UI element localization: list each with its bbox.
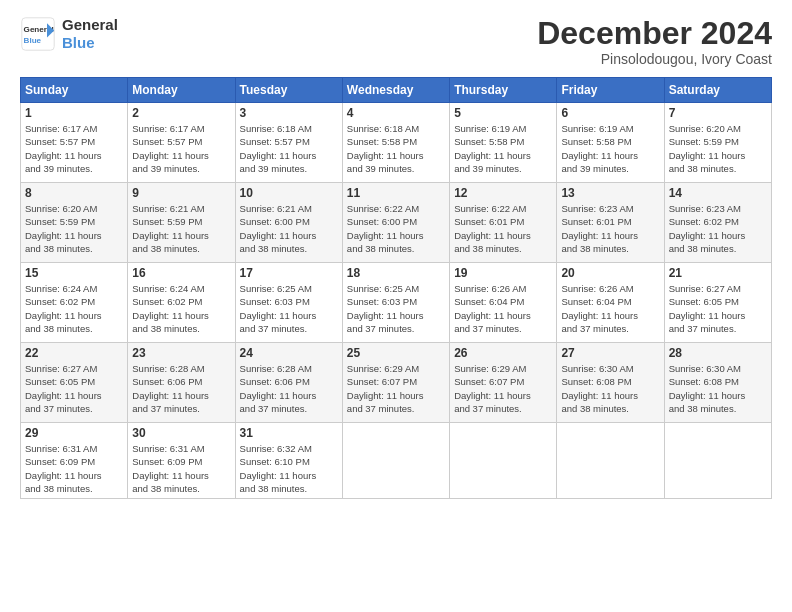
day-info: Sunrise: 6:28 AM Sunset: 6:06 PM Dayligh… <box>132 362 230 415</box>
day-of-week-header: Tuesday <box>235 78 342 103</box>
day-number: 15 <box>25 266 123 280</box>
day-info: Sunrise: 6:17 AM Sunset: 5:57 PM Dayligh… <box>132 122 230 175</box>
logo: General Blue General Blue <box>20 16 118 52</box>
day-info: Sunrise: 6:20 AM Sunset: 5:59 PM Dayligh… <box>25 202 123 255</box>
day-info: Sunrise: 6:18 AM Sunset: 5:58 PM Dayligh… <box>347 122 445 175</box>
day-number: 9 <box>132 186 230 200</box>
day-info: Sunrise: 6:22 AM Sunset: 6:00 PM Dayligh… <box>347 202 445 255</box>
calendar-cell: 30Sunrise: 6:31 AM Sunset: 6:09 PM Dayli… <box>128 423 235 499</box>
day-number: 8 <box>25 186 123 200</box>
day-info: Sunrise: 6:19 AM Sunset: 5:58 PM Dayligh… <box>561 122 659 175</box>
calendar-cell <box>342 423 449 499</box>
day-info: Sunrise: 6:21 AM Sunset: 5:59 PM Dayligh… <box>132 202 230 255</box>
svg-text:Blue: Blue <box>24 36 42 45</box>
day-info: Sunrise: 6:20 AM Sunset: 5:59 PM Dayligh… <box>669 122 767 175</box>
day-number: 17 <box>240 266 338 280</box>
day-number: 16 <box>132 266 230 280</box>
day-number: 23 <box>132 346 230 360</box>
day-info: Sunrise: 6:26 AM Sunset: 6:04 PM Dayligh… <box>454 282 552 335</box>
day-info: Sunrise: 6:29 AM Sunset: 6:07 PM Dayligh… <box>347 362 445 415</box>
day-number: 7 <box>669 106 767 120</box>
day-number: 25 <box>347 346 445 360</box>
day-number: 1 <box>25 106 123 120</box>
day-info: Sunrise: 6:23 AM Sunset: 6:01 PM Dayligh… <box>561 202 659 255</box>
day-number: 22 <box>25 346 123 360</box>
day-number: 13 <box>561 186 659 200</box>
day-of-week-header: Friday <box>557 78 664 103</box>
day-number: 19 <box>454 266 552 280</box>
day-number: 5 <box>454 106 552 120</box>
day-info: Sunrise: 6:21 AM Sunset: 6:00 PM Dayligh… <box>240 202 338 255</box>
calendar-cell: 3Sunrise: 6:18 AM Sunset: 5:57 PM Daylig… <box>235 103 342 183</box>
calendar-cell: 29Sunrise: 6:31 AM Sunset: 6:09 PM Dayli… <box>21 423 128 499</box>
day-number: 4 <box>347 106 445 120</box>
calendar-cell: 23Sunrise: 6:28 AM Sunset: 6:06 PM Dayli… <box>128 343 235 423</box>
day-info: Sunrise: 6:30 AM Sunset: 6:08 PM Dayligh… <box>669 362 767 415</box>
day-number: 26 <box>454 346 552 360</box>
calendar-cell: 16Sunrise: 6:24 AM Sunset: 6:02 PM Dayli… <box>128 263 235 343</box>
calendar-cell: 18Sunrise: 6:25 AM Sunset: 6:03 PM Dayli… <box>342 263 449 343</box>
location: Pinsolodougou, Ivory Coast <box>537 51 772 67</box>
day-of-week-header: Sunday <box>21 78 128 103</box>
calendar-cell: 19Sunrise: 6:26 AM Sunset: 6:04 PM Dayli… <box>450 263 557 343</box>
day-number: 11 <box>347 186 445 200</box>
calendar-cell: 27Sunrise: 6:30 AM Sunset: 6:08 PM Dayli… <box>557 343 664 423</box>
day-number: 18 <box>347 266 445 280</box>
day-of-week-header: Saturday <box>664 78 771 103</box>
day-info: Sunrise: 6:25 AM Sunset: 6:03 PM Dayligh… <box>240 282 338 335</box>
calendar-cell: 15Sunrise: 6:24 AM Sunset: 6:02 PM Dayli… <box>21 263 128 343</box>
day-info: Sunrise: 6:18 AM Sunset: 5:57 PM Dayligh… <box>240 122 338 175</box>
day-info: Sunrise: 6:31 AM Sunset: 6:09 PM Dayligh… <box>25 442 123 495</box>
day-of-week-header: Monday <box>128 78 235 103</box>
day-info: Sunrise: 6:29 AM Sunset: 6:07 PM Dayligh… <box>454 362 552 415</box>
calendar-cell: 6Sunrise: 6:19 AM Sunset: 5:58 PM Daylig… <box>557 103 664 183</box>
logo-text: General Blue <box>62 16 118 52</box>
calendar-cell: 25Sunrise: 6:29 AM Sunset: 6:07 PM Dayli… <box>342 343 449 423</box>
day-number: 10 <box>240 186 338 200</box>
calendar-cell: 21Sunrise: 6:27 AM Sunset: 6:05 PM Dayli… <box>664 263 771 343</box>
day-info: Sunrise: 6:22 AM Sunset: 6:01 PM Dayligh… <box>454 202 552 255</box>
day-number: 20 <box>561 266 659 280</box>
calendar-cell <box>450 423 557 499</box>
day-info: Sunrise: 6:24 AM Sunset: 6:02 PM Dayligh… <box>132 282 230 335</box>
day-number: 27 <box>561 346 659 360</box>
day-info: Sunrise: 6:31 AM Sunset: 6:09 PM Dayligh… <box>132 442 230 495</box>
day-number: 2 <box>132 106 230 120</box>
calendar-cell: 5Sunrise: 6:19 AM Sunset: 5:58 PM Daylig… <box>450 103 557 183</box>
day-info: Sunrise: 6:19 AM Sunset: 5:58 PM Dayligh… <box>454 122 552 175</box>
calendar-table: SundayMondayTuesdayWednesdayThursdayFrid… <box>20 77 772 499</box>
logo-icon: General Blue <box>20 16 56 52</box>
day-number: 24 <box>240 346 338 360</box>
day-number: 30 <box>132 426 230 440</box>
day-info: Sunrise: 6:24 AM Sunset: 6:02 PM Dayligh… <box>25 282 123 335</box>
day-number: 6 <box>561 106 659 120</box>
day-info: Sunrise: 6:30 AM Sunset: 6:08 PM Dayligh… <box>561 362 659 415</box>
logo-line1: General <box>62 16 118 34</box>
calendar-cell: 26Sunrise: 6:29 AM Sunset: 6:07 PM Dayli… <box>450 343 557 423</box>
day-info: Sunrise: 6:28 AM Sunset: 6:06 PM Dayligh… <box>240 362 338 415</box>
calendar-cell: 31Sunrise: 6:32 AM Sunset: 6:10 PM Dayli… <box>235 423 342 499</box>
page: General Blue General Blue December 2024 … <box>0 0 792 612</box>
calendar-cell <box>557 423 664 499</box>
calendar-cell: 13Sunrise: 6:23 AM Sunset: 6:01 PM Dayli… <box>557 183 664 263</box>
logo-line2: Blue <box>62 34 118 52</box>
day-info: Sunrise: 6:26 AM Sunset: 6:04 PM Dayligh… <box>561 282 659 335</box>
calendar-cell: 17Sunrise: 6:25 AM Sunset: 6:03 PM Dayli… <box>235 263 342 343</box>
calendar-cell: 4Sunrise: 6:18 AM Sunset: 5:58 PM Daylig… <box>342 103 449 183</box>
calendar-header-row: SundayMondayTuesdayWednesdayThursdayFrid… <box>21 78 772 103</box>
day-number: 14 <box>669 186 767 200</box>
calendar-cell: 14Sunrise: 6:23 AM Sunset: 6:02 PM Dayli… <box>664 183 771 263</box>
calendar-cell: 1Sunrise: 6:17 AM Sunset: 5:57 PM Daylig… <box>21 103 128 183</box>
day-info: Sunrise: 6:23 AM Sunset: 6:02 PM Dayligh… <box>669 202 767 255</box>
day-info: Sunrise: 6:27 AM Sunset: 6:05 PM Dayligh… <box>669 282 767 335</box>
day-number: 12 <box>454 186 552 200</box>
month-title: December 2024 <box>537 16 772 51</box>
day-info: Sunrise: 6:27 AM Sunset: 6:05 PM Dayligh… <box>25 362 123 415</box>
day-of-week-header: Thursday <box>450 78 557 103</box>
day-info: Sunrise: 6:25 AM Sunset: 6:03 PM Dayligh… <box>347 282 445 335</box>
calendar-cell: 8Sunrise: 6:20 AM Sunset: 5:59 PM Daylig… <box>21 183 128 263</box>
calendar-header: SundayMondayTuesdayWednesdayThursdayFrid… <box>21 78 772 103</box>
calendar-cell: 10Sunrise: 6:21 AM Sunset: 6:00 PM Dayli… <box>235 183 342 263</box>
day-number: 21 <box>669 266 767 280</box>
day-number: 29 <box>25 426 123 440</box>
